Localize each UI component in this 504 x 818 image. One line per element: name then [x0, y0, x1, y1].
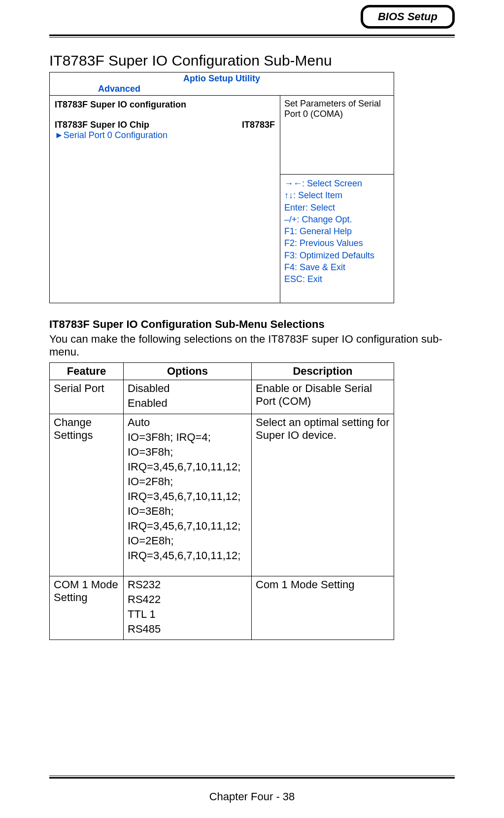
option-line: Auto — [128, 416, 247, 429]
page-content: IT8783F Super IO Configuration Sub-Menu … — [0, 37, 504, 640]
table-row: COM 1 Mode Setting RS232 RS422 TTL 1 RS4… — [50, 576, 394, 640]
triangle-icon: ► — [55, 130, 64, 140]
option-line: RS485 — [128, 623, 247, 636]
table-header-row: Feature Options Description — [50, 363, 394, 380]
key-enter: Enter: Select — [284, 202, 390, 213]
bios-utility-title: Aptio Setup Utility — [54, 73, 390, 84]
section-title: IT8783F Super IO Configuration Sub-Menu — [49, 52, 455, 69]
header-description: Description — [252, 363, 394, 380]
option-line: IRQ=3,45,6,7,10,11,12; — [128, 520, 247, 533]
serial-port-config-label: Serial Port 0 Configuration — [64, 130, 168, 140]
cell-options: RS232 RS422 TTL 1 RS485 — [124, 576, 252, 640]
option-line: TTL 1 — [128, 608, 247, 621]
key-f4: F4: Save & Exit — [284, 261, 390, 273]
table-row: Change Settings Auto IO=3F8h; IRQ=4; IO=… — [50, 414, 394, 576]
key-esc: ESC: Exit — [284, 273, 390, 285]
bios-help-text: Set Parameters of Serial Port 0 (COMA) — [280, 96, 394, 175]
bios-left-panel: IT8783F Super IO configuration IT8783F S… — [50, 96, 280, 303]
config-title: IT8783F Super IO configuration — [55, 100, 275, 110]
cell-feature: COM 1 Mode Setting — [50, 576, 124, 640]
cell-options: Disabled Enabled — [124, 380, 252, 414]
bios-advanced-tab[interactable]: Advanced — [54, 84, 390, 94]
chip-row: IT8783F Super IO Chip IT8783F — [55, 120, 275, 130]
selections-table: Feature Options Description Serial Port … — [49, 362, 394, 640]
option-line: RS422 — [128, 593, 247, 606]
option-line: IRQ=3,45,6,7,10,11,12; — [128, 549, 247, 562]
table-row: Serial Port Disabled Enabled Enable or D… — [50, 380, 394, 414]
option-line: IO=3F8h; — [128, 446, 247, 459]
cell-description: Select an optimal setting for Super IO d… — [252, 414, 394, 576]
key-f3: F3: Optimized Defaults — [284, 249, 390, 261]
chip-value: IT8783F — [242, 120, 275, 130]
option-line: IO=3F8h; IRQ=4; — [128, 431, 247, 444]
selections-intro: You can make the following selections on… — [49, 333, 455, 358]
cell-description: Enable or Disable Serial Port (COM) — [252, 380, 394, 414]
option-line: IO=3E8h; — [128, 505, 247, 518]
key-change-opt: –/+: Change Opt. — [284, 213, 390, 225]
option-line: Enabled — [128, 397, 247, 410]
key-f2: F2: Previous Values — [284, 237, 390, 249]
option-line: Disabled — [128, 382, 247, 395]
cell-options: Auto IO=3F8h; IRQ=4; IO=3F8h; IRQ=3,45,6… — [124, 414, 252, 576]
cell-feature: Change Settings — [50, 414, 124, 576]
selections-heading: IT8783F Super IO Configuration Sub-Menu … — [49, 318, 455, 331]
key-select-screen: →←: Select Screen — [284, 178, 390, 189]
footer-divider — [49, 776, 455, 779]
header-options: Options — [124, 363, 252, 380]
chip-label: IT8783F Super IO Chip — [55, 120, 149, 130]
option-line: IRQ=3,45,6,7,10,11,12; — [128, 490, 247, 503]
bios-setup-badge: BIOS Setup — [361, 5, 455, 29]
option-line: IO=2F8h; — [128, 475, 247, 488]
cell-description: Com 1 Mode Setting — [252, 576, 394, 640]
option-line: RS232 — [128, 578, 247, 591]
cell-feature: Serial Port — [50, 380, 124, 414]
bios-body: IT8783F Super IO configuration IT8783F S… — [50, 96, 394, 303]
serial-port-config-link[interactable]: ►Serial Port 0 Configuration — [55, 130, 275, 141]
bios-utility-box: Aptio Setup Utility Advanced IT8783F Sup… — [49, 72, 394, 303]
bios-key-help: →←: Select Screen ↑↓: Select Item Enter:… — [280, 175, 394, 303]
bios-top-bar: Aptio Setup Utility Advanced — [50, 72, 394, 96]
header-feature: Feature — [50, 363, 124, 380]
option-line: IRQ=3,45,6,7,10,11,12; — [128, 461, 247, 473]
header-divider — [49, 35, 455, 37]
option-line: IO=2E8h; — [128, 534, 247, 547]
key-select-item: ↑↓: Select Item — [284, 189, 390, 201]
page-header: BIOS Setup — [0, 0, 504, 37]
key-f1: F1: General Help — [284, 225, 390, 237]
bios-right-panel: Set Parameters of Serial Port 0 (COMA) →… — [280, 96, 394, 303]
footer-text: Chapter Four - 38 — [0, 790, 504, 803]
